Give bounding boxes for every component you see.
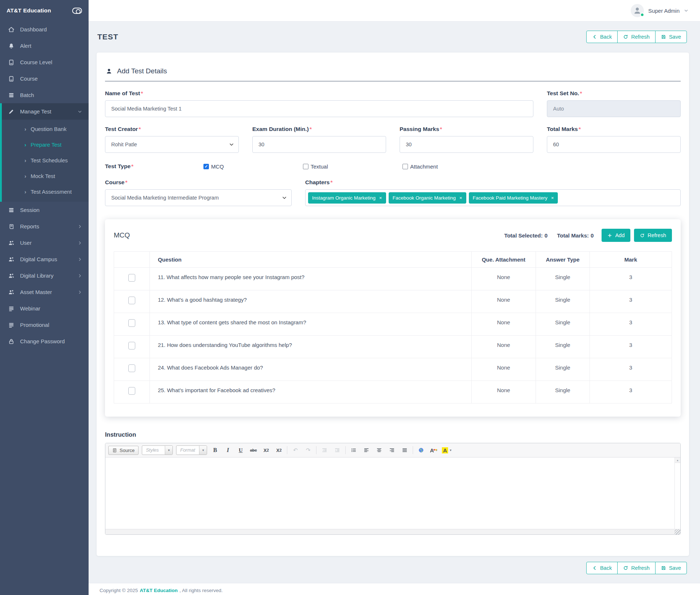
subscript-button[interactable]: X2 [261,445,271,455]
question-row-checkbox[interactable] [128,387,135,395]
undo-button[interactable]: ↶ [291,445,300,455]
spellcheck-globe-button[interactable] [416,445,426,455]
styles-dropdown[interactable]: Styles ▼ [142,445,173,455]
save-button[interactable]: Save [655,31,687,43]
refresh-button[interactable]: Refresh [617,31,656,43]
save-button-bottom[interactable]: Save [655,562,687,574]
required-mark: * [580,90,582,96]
outdent-button[interactable] [320,445,329,455]
back-button[interactable]: Back [586,31,618,43]
course-select[interactable]: Social Media Marketing Intermediate Prog… [105,189,292,206]
sidebar-item-test-assessment[interactable]: › Test Assessment [2,184,89,200]
sidebar-item-manage-test[interactable]: Manage Test [2,103,89,120]
mcq-title: MCQ [114,231,130,239]
text-color-button[interactable]: A ▼ [429,445,439,455]
chip-remove-icon[interactable]: × [459,196,462,200]
passing-marks-input[interactable] [400,136,533,153]
chevron-right-icon: › [24,173,26,179]
sidebar-item-prepare-test[interactable]: › Prepare Test [2,137,89,152]
bold-button[interactable]: B [210,445,220,455]
sidebar-item-batch[interactable]: Batch [0,87,89,103]
mcq-checkbox[interactable]: ✓ [203,164,209,169]
chevron-right-icon [78,224,82,229]
question-row-checkbox[interactable] [128,274,135,282]
sidebar-item-promotional[interactable]: Promotional [0,317,89,333]
refresh-button-bottom[interactable]: Refresh [617,562,656,574]
users-icon [8,256,15,263]
format-dropdown[interactable]: Format ▼ [176,445,207,455]
sidebar-item-digital-library[interactable]: Digital Library [0,267,89,284]
bulleted-list-button[interactable] [349,445,358,455]
plus-icon [607,233,612,238]
test-type-option-attachment[interactable]: Attachment [402,163,502,170]
test-creator-select[interactable]: Rohit Patle [105,136,239,153]
align-left-button[interactable] [362,445,371,455]
align-center-button[interactable] [374,445,384,455]
chevron-left-icon [592,565,597,571]
sidebar-item-dashboard[interactable]: Dashboard [0,21,89,38]
redo-button[interactable]: ↷ [303,445,313,455]
sidebar-item-mock-test[interactable]: › Mock Test [2,168,89,184]
chapters-multiselect[interactable]: Instagram Organic Marketing × Facebook O… [305,189,681,206]
sidebar-item-asset-master[interactable]: Asset Master [0,284,89,300]
footer-brand-link[interactable]: AT&T Education [140,588,178,593]
question-mark: 3 [590,381,672,403]
refresh-icon [623,565,628,571]
app-window: AT&T Education Dashboard Alert Course Le… [0,0,700,595]
background-color-button[interactable]: A ▼ [442,445,452,455]
table-row: 21. How does understanding YouTube algor… [114,336,672,358]
attachment-checkbox[interactable] [402,164,408,169]
strikethrough-button[interactable]: abc [249,445,258,455]
test-type-option-mcq[interactable]: ✓ MCQ [203,163,303,170]
chevron-down-icon[interactable] [684,8,688,13]
sidebar-item-label: Asset Master [20,289,72,295]
name-of-test-input[interactable] [105,100,533,117]
underline-button[interactable]: U [236,445,245,455]
justify-button[interactable] [400,445,409,455]
editor-vertical-scrollbar[interactable]: ▲ [674,457,680,529]
total-marks-label: Total Marks* [547,126,681,132]
source-button[interactable]: Source [108,446,139,455]
sidebar-item-change-password[interactable]: Change Password [0,333,89,349]
question-row-checkbox[interactable] [128,319,135,327]
select-column-header [114,252,150,268]
mcq-refresh-button[interactable]: Refresh [634,229,672,242]
sidebar-item-test-schedules[interactable]: › Test Schedules [2,152,89,168]
question-row-checkbox[interactable] [128,364,135,372]
scroll-up-arrow-icon[interactable]: ▲ [675,457,680,463]
sidebar-toggle-icon[interactable] [72,8,82,14]
editor-resize-grip[interactable] [674,529,680,534]
test-type-option-textual[interactable]: Textual [303,163,402,170]
exam-duration-input[interactable] [252,136,386,153]
add-question-button[interactable]: Add [602,229,630,242]
textual-checkbox[interactable] [303,164,308,169]
question-attachment: None [471,313,536,336]
editor-content-area[interactable] [105,457,674,529]
chevron-right-icon: › [24,157,26,163]
chevron-right-icon [78,290,82,294]
question-attachment: None [471,290,536,313]
sidebar-item-course[interactable]: Course [0,70,89,87]
align-right-button[interactable] [387,445,397,455]
superscript-button[interactable]: X2 [274,445,284,455]
italic-button[interactable]: I [223,445,233,455]
indent-button[interactable] [332,445,342,455]
sidebar-item-digital-campus[interactable]: Digital Campus [0,251,89,267]
user-menu[interactable]: Super Admin [648,8,680,14]
sidebar-item-alert[interactable]: Alert [0,38,89,54]
chapter-chip-label: Instagram Organic Marketing [312,195,376,201]
chip-remove-icon[interactable]: × [379,196,382,200]
sidebar-item-course-level[interactable]: Course Level [0,54,89,70]
chip-remove-icon[interactable]: × [551,196,554,200]
question-row-checkbox[interactable] [128,342,135,349]
sidebar-item-question-bank[interactable]: › Question Bank [2,121,89,137]
sidebar-item-reports[interactable]: Reports [0,218,89,235]
sidebar-item-session[interactable]: Session [0,202,89,218]
avatar[interactable] [631,4,644,17]
sidebar-item-user[interactable]: User [0,235,89,251]
total-marks-input[interactable] [547,136,681,153]
editor-horizontal-scrollbar[interactable] [105,529,680,534]
back-button-bottom[interactable]: Back [586,562,618,574]
sidebar-item-webinar[interactable]: Webinar [0,300,89,317]
question-row-checkbox[interactable] [128,297,135,304]
